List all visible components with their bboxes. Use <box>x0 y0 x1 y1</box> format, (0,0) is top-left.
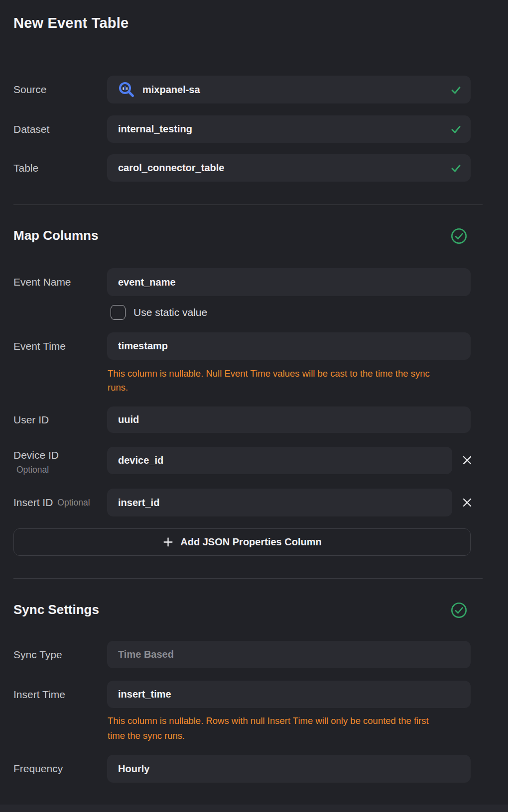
source-field[interactable]: mixpanel-sa <box>107 76 471 103</box>
dataset-value: internal_testing <box>118 123 192 135</box>
sync-type-value: Time Based <box>118 649 174 660</box>
frequency-value: Hourly <box>118 763 149 775</box>
section-divider <box>13 204 483 205</box>
event-time-warning-line2: runs. <box>108 382 128 393</box>
source-value: mixpanel-sa <box>142 84 200 96</box>
page-title: New Event Table <box>13 15 128 31</box>
source-valid-check-icon <box>450 84 462 96</box>
dataset-label: Dataset <box>13 115 104 143</box>
device-id-field[interactable]: device_id <box>107 447 452 474</box>
insert-time-warning-line1: This column is nullable. Rows with null … <box>108 715 429 726</box>
sync-type-field: Time Based <box>107 641 471 668</box>
table-label: Table <box>13 154 104 182</box>
event-time-label: Event Time <box>13 332 104 360</box>
dataset-valid-check-icon <box>450 123 462 135</box>
event-time-value: timestamp <box>118 340 168 352</box>
event-time-warning-line1: This column is nullable. Null Event Time… <box>108 368 430 379</box>
frequency-label: Frequency <box>13 755 104 783</box>
insert-id-optional-label: Optional <box>57 498 90 508</box>
plus-icon <box>162 536 174 548</box>
insert-id-field[interactable]: insert_id <box>107 489 452 516</box>
mixpanel-logo-icon <box>118 81 135 98</box>
insert-id-remove-button[interactable] <box>459 495 475 510</box>
insert-id-value: insert_id <box>118 497 159 508</box>
device-id-optional-label: Optional <box>16 465 49 475</box>
map-columns-heading: Map Columns <box>13 228 98 243</box>
use-static-value-label: Use static value <box>133 305 207 320</box>
sync-settings-heading: Sync Settings <box>13 602 99 617</box>
section-divider <box>13 578 483 579</box>
table-valid-check-icon <box>450 162 462 174</box>
insert-time-label: Insert Time <box>13 681 104 708</box>
map-columns-complete-icon <box>451 228 467 244</box>
insert-time-field[interactable]: insert_time <box>107 681 471 708</box>
source-label: Source <box>13 76 104 103</box>
user-id-label: User ID <box>13 406 104 433</box>
insert-time-warning-line2: time the sync runs. <box>108 730 185 741</box>
insert-id-label-row: Insert ID Optional <box>13 489 90 516</box>
close-icon <box>461 454 473 466</box>
event-name-field[interactable]: event_name <box>107 268 471 296</box>
device-id-value: device_id <box>118 455 163 466</box>
table-field[interactable]: carol_connector_table <box>107 154 471 182</box>
add-json-properties-label: Add JSON Properties Column <box>180 536 321 548</box>
new-event-table-panel: New Event Table Source mixpanel-sa Datas… <box>0 0 508 812</box>
device-id-label: Device ID <box>13 447 59 464</box>
sync-type-label: Sync Type <box>13 641 104 668</box>
event-name-label: Event Name <box>13 268 104 296</box>
sync-settings-complete-icon <box>451 602 467 618</box>
device-id-remove-button[interactable] <box>459 452 475 468</box>
bottom-edge-strip <box>0 805 508 812</box>
event-time-field[interactable]: timestamp <box>107 332 471 360</box>
insert-time-value: insert_time <box>118 689 171 700</box>
frequency-field[interactable]: Hourly <box>107 755 471 783</box>
table-value: carol_connector_table <box>118 162 224 174</box>
close-icon <box>461 497 473 508</box>
insert-id-label: Insert ID <box>13 497 53 508</box>
user-id-field[interactable]: uuid <box>107 406 471 433</box>
user-id-value: uuid <box>118 414 139 425</box>
event-name-value: event_name <box>118 277 176 288</box>
dataset-field[interactable]: internal_testing <box>107 115 471 143</box>
add-json-properties-button[interactable]: Add JSON Properties Column <box>13 528 471 556</box>
use-static-value-checkbox[interactable] <box>111 305 126 320</box>
